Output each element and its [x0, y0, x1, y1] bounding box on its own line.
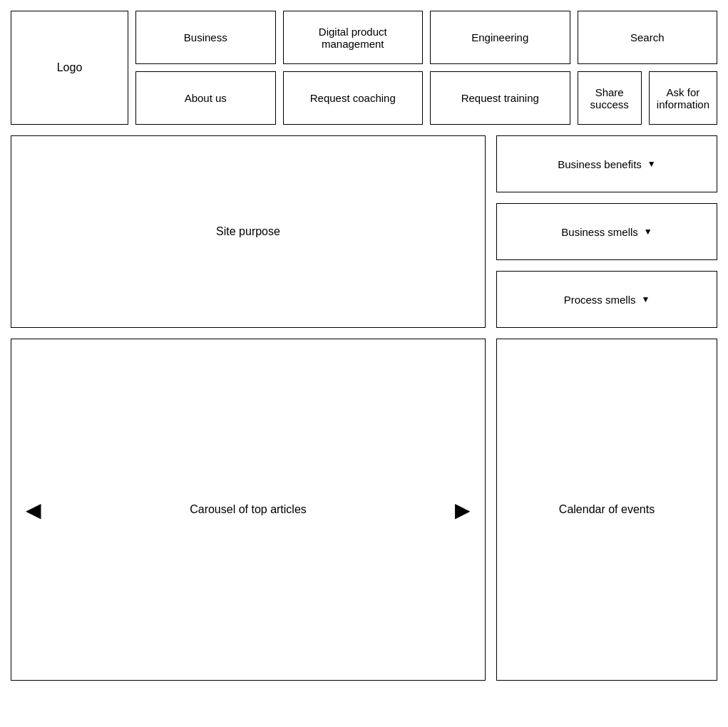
nav-engineering-label: Engineering — [471, 31, 528, 43]
calendar-label: Calendar of events — [559, 503, 655, 516]
chevron-down-icon: ▼ — [647, 159, 656, 169]
carousel-prev-button[interactable]: ◀ — [26, 498, 41, 522]
nav-engineering[interactable]: Engineering — [430, 11, 570, 64]
calendar-of-events: Calendar of events — [496, 339, 717, 681]
dropdown-business-smells-label: Business smells — [561, 226, 638, 238]
nav-business[interactable]: Business — [135, 11, 276, 64]
dropdown-business-benefits[interactable]: Business benefits ▼ — [496, 135, 717, 192]
nav-share-success-label: Share success — [585, 86, 634, 110]
nav-about-us[interactable]: About us — [135, 71, 276, 125]
nav-business-label: Business — [184, 31, 227, 43]
site-purpose-label: Site purpose — [216, 225, 280, 238]
nav-ask-for-information[interactable]: Ask for information — [649, 71, 717, 125]
chevron-down-icon: ▼ — [641, 294, 650, 304]
carousel-next-button[interactable]: ▶ — [455, 498, 471, 522]
logo: Logo — [11, 11, 128, 125]
nav-about-label: About us — [185, 92, 227, 104]
carousel-label: Carousel of top articles — [190, 503, 307, 516]
nav-request-coaching[interactable]: Request coaching — [283, 71, 424, 125]
nav-coaching-label: Request coaching — [310, 92, 396, 104]
site-purpose: Site purpose — [11, 135, 486, 328]
carousel: ◀ Carousel of top articles ▶ — [11, 339, 486, 681]
nav-search-label: Search — [630, 31, 665, 43]
nav-digital-product-management[interactable]: Digital product management — [283, 11, 424, 64]
dropdown-process-smells[interactable]: Process smells ▼ — [496, 271, 717, 328]
nav-training-label: Request training — [461, 92, 539, 104]
nav-search[interactable]: Search — [578, 11, 718, 64]
nav-request-training[interactable]: Request training — [430, 71, 570, 125]
nav-ask-for-information-label: Ask for information — [657, 86, 709, 110]
nav-share-success[interactable]: Share success — [578, 71, 642, 125]
nav-digital-label: Digital product management — [291, 26, 416, 50]
dropdown-business-benefits-label: Business benefits — [558, 158, 642, 170]
chevron-down-icon: ▼ — [644, 227, 652, 237]
logo-label: Logo — [57, 61, 83, 74]
dropdown-business-smells[interactable]: Business smells ▼ — [496, 203, 717, 260]
right-panel: Business benefits ▼ Business smells ▼ Pr… — [496, 135, 717, 328]
dropdown-process-smells-label: Process smells — [564, 294, 636, 306]
